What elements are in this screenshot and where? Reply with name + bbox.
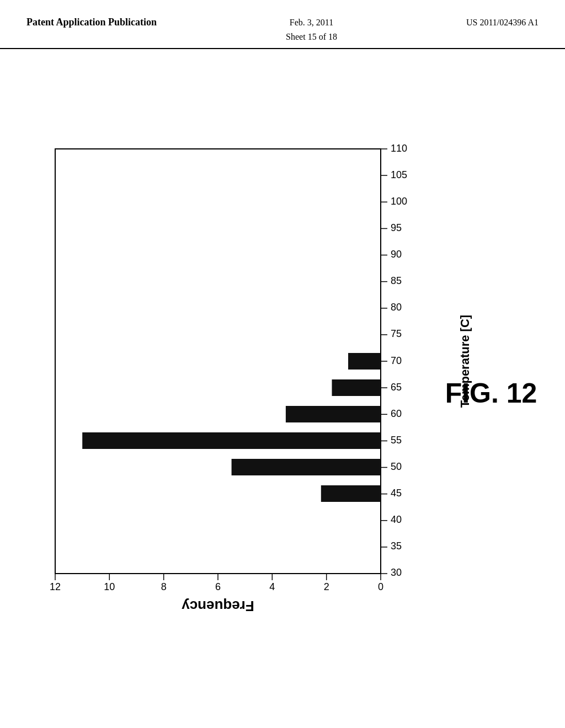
header-sheet: Sheet 15 of 18 [286, 30, 337, 44]
chart-svg: 30 35 40 45 50 55 60 [22, 77, 541, 673]
svg-text:6: 6 [215, 581, 221, 592]
svg-text:90: 90 [391, 249, 402, 260]
publication-title-text: Patent Application Publication [26, 17, 157, 28]
svg-rect-0 [55, 149, 381, 574]
svg-text:0: 0 [378, 581, 383, 592]
svg-text:110: 110 [391, 143, 407, 154]
svg-text:4: 4 [269, 581, 275, 592]
bar-65 [332, 379, 381, 396]
svg-text:10: 10 [104, 581, 115, 592]
bar-50 [232, 459, 381, 475]
patent-number-text: US 2011/024396 A1 [466, 18, 539, 27]
svg-text:85: 85 [391, 275, 402, 286]
bar-60 [286, 406, 381, 422]
x-axis-label: Frequency [182, 598, 254, 614]
svg-text:80: 80 [391, 302, 402, 313]
svg-text:2: 2 [324, 581, 329, 592]
header-sheet-info: Feb. 3, 2011 Sheet 15 of 18 [286, 15, 337, 44]
header-date: Feb. 3, 2011 [286, 15, 337, 30]
svg-text:55: 55 [391, 435, 402, 446]
svg-text:50: 50 [391, 461, 402, 472]
svg-text:12: 12 [50, 581, 61, 592]
svg-text:100: 100 [391, 196, 407, 207]
bar-70 [348, 353, 381, 370]
y-axis-ticks: 30 35 40 45 50 55 60 [381, 143, 407, 578]
svg-text:Frequency: Frequency [182, 598, 254, 614]
svg-text:40: 40 [391, 514, 402, 525]
page-header: Patent Application Publication Feb. 3, 2… [0, 0, 565, 49]
publication-title: Patent Application Publication [26, 15, 157, 29]
svg-text:75: 75 [391, 328, 402, 339]
bar-45 [321, 485, 381, 502]
svg-text:8: 8 [161, 581, 167, 592]
svg-text:30: 30 [391, 567, 402, 578]
svg-text:70: 70 [391, 355, 402, 366]
x-axis-ticks: 0 2 4 6 8 10 12 [50, 574, 383, 592]
svg-text:95: 95 [391, 222, 402, 233]
bar-55 [82, 432, 381, 449]
svg-text:105: 105 [391, 169, 407, 180]
svg-text:60: 60 [391, 408, 402, 419]
svg-text:65: 65 [391, 382, 402, 393]
svg-text:35: 35 [391, 540, 402, 552]
svg-text:45: 45 [391, 488, 402, 499]
figure-label: FIG. 12 [445, 378, 537, 409]
chart-area: 30 35 40 45 50 55 60 [22, 77, 541, 673]
header-patent-number: US 2011/024396 A1 [466, 15, 539, 30]
